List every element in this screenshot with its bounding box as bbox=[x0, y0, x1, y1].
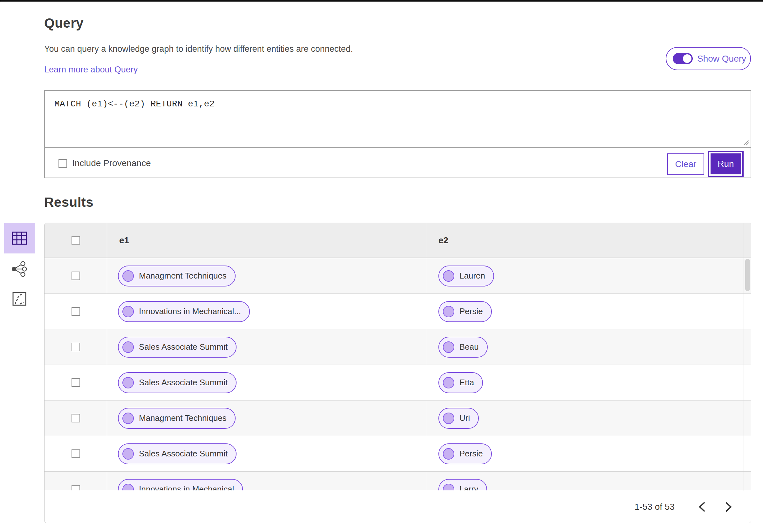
entity-pill[interactable]: Larry bbox=[438, 479, 487, 491]
entity-pill[interactable]: Innovations in Mechanical... bbox=[118, 301, 250, 322]
resize-grip-icon[interactable] bbox=[741, 138, 750, 146]
scrollbar-divider bbox=[744, 223, 744, 491]
show-query-toggle[interactable]: Show Query bbox=[666, 47, 751, 70]
entity-dot-icon bbox=[122, 484, 134, 491]
toggle-switch-icon[interactable] bbox=[673, 53, 693, 64]
pagination-bar: 1-53 of 53 bbox=[45, 491, 751, 523]
entity-pill[interactable]: Sales Associate Summit bbox=[118, 337, 237, 358]
entity-pill[interactable]: Lauren bbox=[438, 266, 494, 287]
entity-pill[interactable]: Sales Associate Summit bbox=[118, 372, 237, 393]
include-provenance-checkbox[interactable] bbox=[58, 159, 67, 168]
entity-dot-icon bbox=[443, 341, 454, 353]
route-map-icon bbox=[12, 292, 27, 306]
entity-dot-icon bbox=[443, 377, 454, 389]
results-table: e1 e2 Managment Techniques Lauren Innova… bbox=[44, 222, 751, 523]
entity-pill[interactable]: Persie bbox=[438, 443, 492, 464]
results-title: Results bbox=[44, 195, 93, 210]
page-title: Query bbox=[44, 16, 84, 31]
entity-dot-icon bbox=[443, 270, 454, 282]
entity-dot-icon bbox=[122, 306, 134, 317]
table-grid-icon bbox=[12, 231, 27, 245]
entity-dot-icon bbox=[122, 377, 134, 389]
entity-dot-icon bbox=[443, 484, 454, 491]
learn-more-link[interactable]: Learn more about Query bbox=[44, 65, 138, 75]
pagination-range: 1-53 of 53 bbox=[635, 502, 675, 512]
show-query-label: Show Query bbox=[697, 54, 746, 64]
graph-view-button[interactable] bbox=[10, 260, 28, 278]
query-editor-container: MATCH (e1)<--(e2) RETURN e1,e2 Include P… bbox=[44, 90, 751, 178]
toggle-knob bbox=[683, 54, 692, 63]
entity-pill[interactable]: Persie bbox=[438, 301, 492, 322]
clear-button[interactable]: Clear bbox=[667, 153, 704, 175]
include-provenance-option[interactable]: Include Provenance bbox=[58, 158, 151, 168]
table-row: Managment Techniques Uri bbox=[45, 400, 751, 436]
top-divider bbox=[0, 0, 763, 2]
page-description: You can query a knowledge graph to ident… bbox=[44, 44, 353, 54]
select-all-checkbox[interactable] bbox=[71, 236, 80, 244]
entity-pill[interactable]: Etta bbox=[438, 372, 483, 393]
query-input[interactable]: MATCH (e1)<--(e2) RETURN e1,e2 bbox=[45, 91, 751, 148]
row-checkbox[interactable] bbox=[71, 378, 80, 387]
entity-pill[interactable]: Beau bbox=[438, 337, 488, 358]
chevron-left-icon bbox=[698, 501, 706, 512]
column-header-e2[interactable]: e2 bbox=[426, 223, 751, 258]
row-checkbox[interactable] bbox=[71, 343, 80, 351]
entity-dot-icon bbox=[122, 341, 134, 353]
table-header-row: e1 e2 bbox=[45, 223, 751, 258]
table-row: Sales Associate Summit Beau bbox=[45, 329, 751, 365]
network-nodes-icon bbox=[10, 260, 28, 278]
table-row: Sales Associate Summit Persie bbox=[45, 436, 751, 472]
entity-pill[interactable]: Sales Associate Summit bbox=[118, 443, 237, 464]
select-all-cell bbox=[45, 223, 107, 258]
table-body: Managment Techniques Lauren Innovations … bbox=[45, 258, 751, 490]
column-header-e1[interactable]: e1 bbox=[107, 223, 426, 258]
entity-dot-icon bbox=[443, 448, 454, 460]
query-page: Query You can query a knowledge graph to… bbox=[0, 0, 763, 532]
entity-dot-icon bbox=[443, 412, 454, 424]
run-button-label: Run bbox=[710, 153, 741, 174]
table-view-button[interactable] bbox=[4, 223, 35, 253]
row-checkbox[interactable] bbox=[71, 485, 80, 490]
run-button[interactable]: Run bbox=[708, 151, 744, 177]
entity-dot-icon bbox=[122, 412, 134, 424]
query-toolbar: Include Provenance Clear Run bbox=[45, 148, 751, 178]
entity-dot-icon bbox=[122, 448, 134, 460]
entity-dot-icon bbox=[443, 306, 454, 317]
entity-pill[interactable]: Uri bbox=[438, 408, 479, 429]
entity-dot-icon bbox=[122, 270, 134, 282]
table-row: Innovations in Mechanical Larry bbox=[45, 472, 751, 490]
table-row: Managment Techniques Lauren bbox=[45, 258, 751, 294]
chevron-right-icon bbox=[724, 501, 733, 512]
entity-pill[interactable]: Managment Techniques bbox=[118, 408, 236, 429]
row-checkbox[interactable] bbox=[71, 449, 80, 458]
entity-pill[interactable]: Managment Techniques bbox=[118, 266, 236, 287]
next-page-button[interactable] bbox=[720, 498, 737, 516]
entity-pill[interactable]: Innovations in Mechanical bbox=[118, 479, 243, 491]
table-row: Sales Associate Summit Etta bbox=[45, 365, 751, 400]
row-checkbox[interactable] bbox=[71, 414, 80, 422]
prev-page-button[interactable] bbox=[693, 498, 711, 516]
row-checkbox[interactable] bbox=[71, 272, 80, 280]
row-checkbox[interactable] bbox=[71, 307, 80, 316]
path-view-button[interactable] bbox=[12, 291, 27, 307]
table-row: Innovations in Mechanical... Persie bbox=[45, 294, 751, 329]
include-provenance-label: Include Provenance bbox=[72, 158, 151, 168]
vertical-scrollbar[interactable] bbox=[745, 259, 750, 291]
